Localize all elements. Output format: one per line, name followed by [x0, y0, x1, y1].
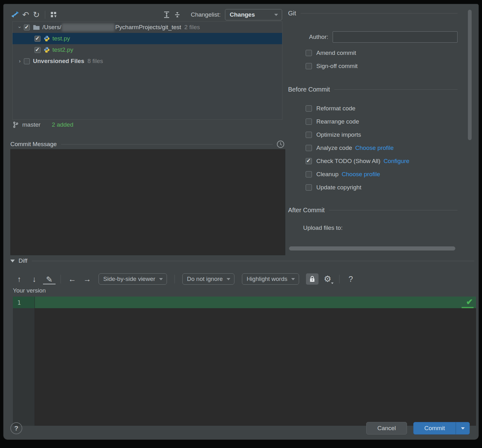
diff-section-header[interactable]: Diff — [10, 257, 474, 264]
diff-settings-gear-icon[interactable]: ⚙ — [321, 273, 334, 285]
folder-icon — [33, 24, 40, 30]
diff-editor[interactable]: 1 ✔ — [13, 297, 476, 426]
section-divider — [61, 144, 273, 145]
author-row: Author: — [288, 31, 458, 43]
author-label: Author: — [288, 34, 328, 40]
options-vertical-scrollbar[interactable] — [468, 10, 472, 140]
file-checkbox[interactable] — [35, 36, 40, 42]
added-line-row: ✔ — [35, 297, 476, 308]
rollback-icon[interactable]: ↶ — [20, 9, 31, 20]
commit-message-label: Commit Message — [10, 141, 57, 148]
signoff-label: Sign-off commit — [316, 63, 358, 70]
signoff-commit-row[interactable]: Sign-off commit — [306, 63, 458, 70]
branch-row: master 2 added — [13, 121, 73, 128]
unversioned-count: 8 files — [88, 58, 103, 65]
chevron-collapsed-icon[interactable]: › — [16, 58, 24, 64]
changelist-dropdown[interactable]: Changes — [225, 9, 282, 20]
optimize-imports-row[interactable]: Optimize imports — [306, 131, 458, 138]
chevron-expanded-icon[interactable]: › — [16, 24, 24, 30]
next-change-icon[interactable]: ↓ — [28, 273, 40, 285]
upload-files-label: Upload files to: — [303, 224, 458, 231]
root-path: /Users/PycharmProjects/git_test — [42, 24, 181, 31]
previous-change-icon[interactable]: ↑ — [13, 273, 25, 285]
configure-link[interactable]: Configure — [383, 158, 409, 165]
rearrange-code-row[interactable]: Rearrange code — [306, 118, 458, 125]
toolbar-separator — [45, 11, 45, 19]
screen: ↶ ↻ — [0, 0, 482, 448]
next-difference-icon[interactable]: → — [81, 273, 94, 285]
choose-profile-link[interactable]: Choose profile — [355, 145, 394, 151]
cancel-button[interactable]: Cancel — [366, 422, 407, 435]
unversioned-checkbox[interactable] — [24, 58, 30, 64]
root-file-count: 2 files — [184, 24, 200, 31]
amend-checkbox[interactable] — [306, 50, 312, 56]
section-divider — [32, 261, 474, 261]
commit-options-arrow[interactable] — [456, 422, 469, 434]
amend-label: Amend commit — [316, 50, 356, 56]
lock-scroll-toggle[interactable] — [306, 273, 319, 285]
refresh-icon[interactable]: ↻ — [31, 9, 42, 20]
collapse-triangle-icon[interactable] — [10, 260, 15, 262]
editor-gutter: 1 — [13, 297, 35, 426]
tree-row-file[interactable]: test.py — [13, 33, 282, 44]
git-section-header: Git — [288, 10, 458, 17]
highlight-mode-dropdown[interactable]: Highlight words — [242, 273, 299, 285]
after-commit-section-header: After Commit — [288, 207, 458, 214]
change-marker — [462, 307, 474, 308]
tree-row-file[interactable]: test2.py — [13, 44, 282, 55]
reformat-code-row[interactable]: Reformat code — [306, 105, 458, 112]
choose-profile-link[interactable]: Choose profile — [342, 171, 380, 178]
commit-button[interactable]: Commit — [414, 425, 456, 432]
viewer-type-dropdown[interactable]: Side-by-side viewer — [99, 273, 167, 285]
diff-help-icon[interactable]: ? — [345, 273, 357, 285]
help-button[interactable]: ? — [10, 422, 22, 434]
commit-message-input[interactable] — [10, 149, 285, 255]
commit-split-button: Commit — [413, 422, 470, 435]
branch-name: master — [22, 121, 40, 128]
previous-difference-icon[interactable]: ← — [66, 273, 78, 285]
chevron-down-icon — [461, 427, 465, 430]
whitespace-ignore-dropdown[interactable]: Do not ignore — [182, 273, 234, 285]
update-copyright-checkbox[interactable] — [306, 184, 312, 191]
toolbar-separator — [339, 275, 340, 283]
dialog-footer: ? Cancel Commit — [10, 421, 470, 435]
expand-all-icon[interactable] — [161, 9, 172, 20]
file-name: test.py — [52, 35, 70, 42]
change-applied-check-icon[interactable]: ✔ — [466, 297, 473, 307]
your-version-label: Your version — [13, 287, 46, 294]
check-todo-row[interactable]: Check TODO (Show All) Configure — [306, 158, 458, 165]
cleanup-checkbox[interactable] — [306, 171, 312, 177]
options-horizontal-scrollbar[interactable] — [289, 246, 455, 250]
cleanup-row[interactable]: Cleanup Choose profile — [306, 171, 458, 178]
before-commit-section-header: Before Commit — [288, 86, 458, 93]
commit-options-panel: Git Author: Amend commit Sign-off commit… — [288, 10, 458, 231]
tree-row-unversioned[interactable]: › Unversioned Files 8 files — [13, 55, 282, 67]
reformat-checkbox[interactable] — [306, 105, 312, 112]
tree-row-root[interactable]: › /Users/PycharmProjects/git_test 2 file… — [13, 22, 282, 33]
check-todo-checkbox[interactable] — [306, 158, 312, 164]
added-count: 2 added — [52, 121, 73, 128]
collapse-all-icon[interactable] — [172, 9, 183, 20]
toolbar-separator — [61, 275, 61, 283]
signoff-checkbox[interactable] — [306, 63, 312, 69]
update-copyright-row[interactable]: Update copyright — [306, 184, 458, 191]
diff-label: Diff — [19, 257, 27, 264]
amend-commit-row[interactable]: Amend commit — [306, 50, 458, 56]
chevron-down-icon — [331, 282, 334, 284]
analyze-code-row[interactable]: Analyze code Choose profile — [306, 145, 458, 151]
editor-content[interactable]: ✔ — [35, 297, 476, 426]
history-clock-icon[interactable] — [276, 140, 285, 149]
python-file-icon — [44, 47, 50, 53]
changelist-value: Changes — [230, 11, 255, 18]
author-input[interactable] — [333, 31, 458, 43]
jump-to-source-icon[interactable]: ✎ — [43, 275, 56, 284]
changelist-label: Changelist: — [191, 11, 221, 18]
chevron-down-icon — [159, 278, 163, 280]
analyze-code-checkbox[interactable] — [306, 145, 312, 151]
optimize-imports-checkbox[interactable] — [306, 132, 312, 138]
show-diff-icon[interactable] — [10, 9, 20, 20]
file-checkbox[interactable] — [35, 47, 40, 53]
group-by-icon[interactable] — [48, 9, 59, 20]
rearrange-checkbox[interactable] — [306, 119, 312, 125]
root-checkbox[interactable] — [24, 24, 30, 30]
